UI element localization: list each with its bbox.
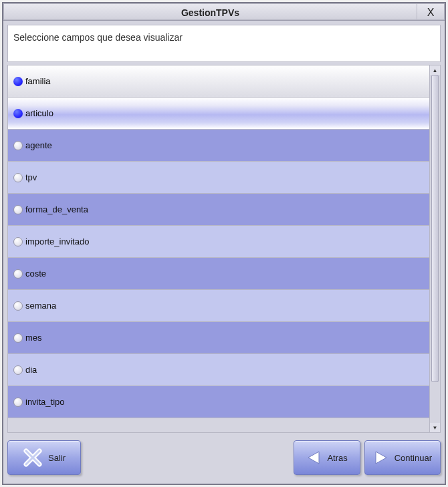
radio-icon[interactable]	[13, 109, 23, 118]
field-row[interactable]: agente	[8, 130, 429, 162]
field-label: articulo	[25, 108, 53, 118]
radio-icon[interactable]	[13, 77, 23, 86]
field-row[interactable]: mes	[8, 322, 429, 354]
field-label: forma_de_venta	[25, 204, 88, 214]
field-label: tpv	[25, 172, 37, 182]
field-label: semana	[25, 301, 56, 311]
field-label: familia	[25, 76, 51, 86]
radio-icon[interactable]	[13, 333, 23, 343]
field-row[interactable]: articulo	[8, 98, 429, 130]
dialog-window: GestionTPVs X Seleccione campos que dese…	[2, 2, 446, 485]
radio-icon[interactable]	[13, 301, 23, 311]
x-icon	[23, 448, 43, 468]
field-list-container: familiaarticuloagentetpvforma_de_ventaim…	[7, 65, 441, 433]
field-row[interactable]: tpv	[8, 162, 429, 194]
footer: Salir Atras Continuar	[7, 436, 441, 480]
close-button[interactable]: X	[417, 3, 445, 20]
radio-icon[interactable]	[13, 205, 23, 214]
continue-button-label: Continuar	[395, 453, 432, 463]
field-label: importe_invitado	[25, 236, 89, 247]
field-row[interactable]: forma_de_venta	[8, 194, 429, 226]
scrollbar[interactable]: ▲ ▼	[430, 65, 441, 433]
scroll-thumb[interactable]	[431, 75, 439, 382]
triangle-left-icon	[306, 450, 322, 466]
field-label: dia	[25, 365, 37, 375]
field-label: mes	[25, 333, 42, 343]
window-title: GestionTPVs	[3, 3, 417, 20]
field-row[interactable]: semana	[8, 290, 429, 322]
triangle-right-icon	[373, 450, 389, 466]
field-label: agente	[25, 140, 52, 150]
field-row[interactable]: dia	[8, 354, 429, 386]
field-row[interactable]: coste	[8, 258, 429, 290]
instruction-text: Seleccione campos que desea visualizar	[7, 25, 441, 62]
titlebar: GestionTPVs X	[3, 3, 445, 21]
field-row[interactable]: familia	[8, 65, 429, 98]
radio-icon[interactable]	[13, 141, 23, 150]
radio-icon[interactable]	[13, 365, 23, 375]
scroll-down-arrow-icon[interactable]: ▼	[430, 423, 440, 432]
field-label: coste	[25, 269, 46, 279]
back-button-label: Atras	[327, 453, 347, 463]
radio-icon[interactable]	[13, 173, 23, 182]
radio-icon[interactable]	[13, 269, 23, 279]
continue-button[interactable]: Continuar	[364, 440, 441, 475]
scroll-up-arrow-icon[interactable]: ▲	[430, 65, 440, 75]
field-label: invita_tipo	[25, 397, 65, 407]
field-list[interactable]: familiaarticuloagentetpvforma_de_ventaim…	[7, 65, 430, 433]
exit-button-label: Salir	[48, 453, 66, 463]
field-row[interactable]: importe_invitado	[8, 226, 429, 258]
field-row[interactable]: invita_tipo	[8, 386, 429, 418]
radio-icon[interactable]	[13, 397, 23, 407]
exit-button[interactable]: Salir	[7, 440, 81, 475]
radio-icon[interactable]	[13, 237, 23, 247]
back-button[interactable]: Atras	[294, 440, 360, 475]
